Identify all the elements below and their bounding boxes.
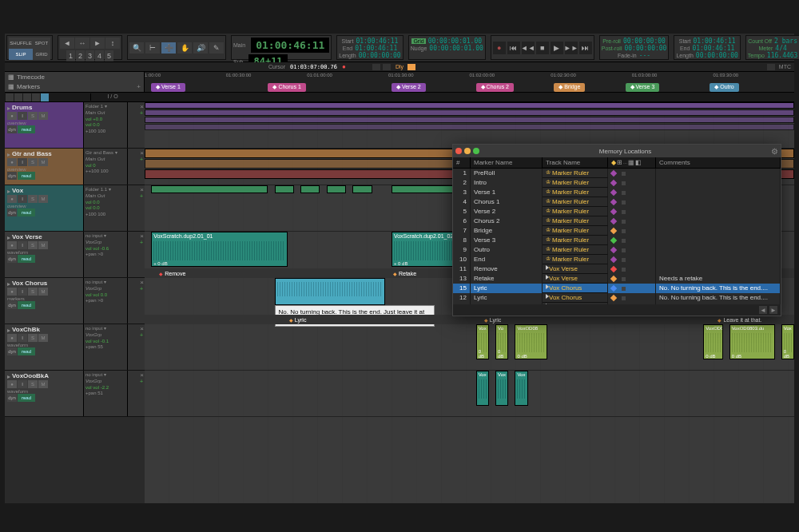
automation-mode-button[interactable]: read (18, 301, 35, 309)
track-name[interactable]: Vox (12, 187, 23, 194)
automation-mode-button[interactable]: read (18, 208, 35, 216)
automation-mode-button[interactable]: read (18, 255, 35, 263)
track-header[interactable]: ▸Vox ●ISM overview dynread Folder 1.1 ▾ … (5, 185, 145, 232)
solo-button[interactable]: S (28, 380, 38, 388)
ruler-marker[interactable]: ◆ Verse 1 (151, 83, 185, 92)
track-lane[interactable] (145, 102, 794, 149)
memory-location-row[interactable]: 3 Verse 1 ♔Marker Ruler (453, 188, 781, 197)
ruler-marker[interactable]: ◆ Verse 3 (626, 83, 660, 92)
ruler-marker[interactable]: ◆ Bridge (554, 83, 585, 92)
track-header[interactable]: ▸VoxChBk ●ISM waveform dynread no input … (5, 324, 145, 371)
input-button[interactable]: I (18, 195, 27, 203)
rec-button[interactable]: ● (493, 42, 506, 54)
clip[interactable] (327, 185, 346, 193)
window-zoom-button[interactable] (473, 148, 479, 154)
track-io[interactable]: no input ▾ VoxGrp vol vol -2.2 +pan 51 (83, 371, 127, 416)
audio-clip[interactable]: VoxScratch.dup2.01_01+ 0 dB (151, 232, 288, 267)
ffwd-button[interactable]: ►► (565, 42, 578, 54)
track-lane[interactable]: VoxVoxVox (145, 371, 794, 417)
dly-button[interactable]: Dly (396, 64, 403, 69)
end-button[interactable]: ⏭ (579, 42, 592, 54)
col-btn-2[interactable] (14, 93, 22, 101)
input-button[interactable]: I (18, 334, 27, 342)
grid-mode-button[interactable]: GRID (33, 49, 50, 60)
memory-location-row[interactable]: 4 Chorus 1 ♔Marker Ruler (453, 197, 781, 207)
memory-location-row[interactable]: 13 Retake Vox Verse Needs a retake (453, 274, 781, 284)
track-marker[interactable]: Remove (157, 268, 187, 278)
preroll-field[interactable]: 00:00:00:00 (623, 38, 666, 45)
track-ctrl[interactable]: ×+ (127, 185, 145, 231)
shuffle-mode-button[interactable]: SHUFFLE (9, 38, 33, 49)
audio-clip[interactable]: VoxOD080 dB (515, 324, 547, 359)
track-io[interactable]: Folder 1.1 ▾ Main Out vol 0.0 vol 0.0 +1… (83, 185, 127, 231)
col-btn-5[interactable] (41, 93, 49, 101)
clip[interactable] (300, 185, 320, 193)
dyn-button[interactable]: dyn (7, 125, 17, 133)
memory-location-row[interactable]: 10 End ♔Marker Ruler (453, 255, 781, 264)
automation-mode-button[interactable]: read (18, 172, 35, 180)
stop-button[interactable]: ■ (536, 42, 549, 54)
col-btn-4[interactable] (32, 93, 40, 101)
col-comments[interactable]: Comments (656, 157, 781, 168)
memory-location-row[interactable]: 6 Chorus 2 ♔Marker Ruler (453, 216, 781, 226)
zoom-preset-2[interactable]: 2 (76, 50, 85, 62)
ruler-marker[interactable]: ◆ Verse 2 (392, 83, 426, 92)
zoom-out-button[interactable]: ◄ (60, 38, 74, 49)
audio-clip[interactable]: Vox0 dB (781, 324, 794, 359)
countoff-field[interactable]: 2 bars (774, 38, 797, 45)
track-lane[interactable]: Vox0 dBVo0 dBVoxOD080 dBVoxOD060 dBVoxOD… (145, 324, 794, 371)
memory-location-row[interactable]: 8 Verse 3 ♔Marker Ruler (453, 236, 781, 245)
clip[interactable] (145, 124, 794, 130)
sel2-end-field[interactable]: 01:00:46:11 (692, 45, 734, 52)
mute-button[interactable]: M (38, 112, 48, 120)
ruler-marker[interactable]: ◆ Chorus 2 (476, 83, 514, 92)
track-io[interactable]: Gtr and Bass ▾ Main Out vol 0 ++100 100 (83, 149, 127, 185)
a-icon[interactable] (372, 64, 380, 70)
grid-field[interactable]: 00:00:00:01.00 (428, 38, 482, 45)
clip[interactable] (352, 185, 372, 193)
track-name[interactable]: Gtr and Bass (12, 150, 52, 157)
meter-field[interactable]: 4/4 (775, 45, 786, 52)
dyn-button[interactable]: dyn (7, 394, 17, 402)
audio-clip[interactable] (275, 278, 385, 305)
track-io[interactable]: no input ▾ VoxGrp vol vol -0.1 +pan 55 (83, 324, 127, 370)
rec-enable-button[interactable]: ● (7, 195, 17, 203)
clip[interactable] (145, 117, 794, 123)
clip[interactable] (275, 185, 294, 193)
ruler-marker[interactable]: ◆ Chorus 1 (268, 83, 305, 92)
input-button[interactable]: I (18, 288, 27, 296)
sel2-len-field[interactable]: 00:00:00:00 (696, 52, 738, 59)
zoom-in-button[interactable]: ► (90, 38, 105, 49)
track-ctrl[interactable]: ×+ (127, 371, 145, 416)
input-button[interactable]: I (18, 112, 27, 120)
solo-button[interactable]: S (28, 288, 38, 296)
rec-enable-button[interactable]: ● (7, 334, 17, 342)
track-ctrl[interactable]: ×+ (127, 232, 145, 277)
track-marker[interactable]: Lyric (288, 315, 308, 324)
fadein-field[interactable]: --- (639, 52, 650, 59)
track-name[interactable]: VoxChBk (12, 326, 40, 333)
zoom-preset-1[interactable]: 1 (66, 50, 75, 62)
col-btn-3[interactable] (23, 93, 31, 101)
zoom-v-button[interactable]: ↕ (105, 38, 120, 49)
mute-button[interactable]: M (38, 288, 48, 296)
audio-clip[interactable]: Vox (476, 371, 489, 406)
dyn-button[interactable]: dyn (7, 255, 17, 263)
track-ctrl[interactable]: ×+ (127, 324, 145, 370)
memory-location-row[interactable]: 14 Lyric Vox Chorus Leave it at that. (453, 303, 781, 304)
mtc-button[interactable]: MTC (779, 64, 791, 69)
memory-locations-window[interactable]: Memory Locations ⚙ # Marker Name Track N… (452, 144, 781, 316)
rec-enable-button[interactable]: ● (7, 241, 17, 249)
mem-prev-button[interactable]: ◄ (759, 306, 767, 314)
track-name[interactable]: VoxOooBkA (12, 372, 49, 379)
zoom-preset-5[interactable]: 5 (105, 50, 113, 62)
nudge-field[interactable]: 00:00:00:01.00 (429, 45, 483, 52)
input-button[interactable]: I (18, 380, 27, 388)
automation-mode-button[interactable]: read (18, 347, 35, 355)
slip-mode-button[interactable]: SLIP (9, 49, 33, 60)
dyn-button[interactable]: dyn (7, 301, 17, 309)
memory-table-body[interactable]: 1 PreRoll ♔Marker Ruler 2 Intro ♔Marker … (453, 169, 781, 304)
memory-location-row[interactable]: 11 Remove Vox Verse (453, 264, 781, 274)
solo-button[interactable]: S (28, 241, 38, 249)
play-button[interactable]: ▶ (551, 42, 563, 54)
